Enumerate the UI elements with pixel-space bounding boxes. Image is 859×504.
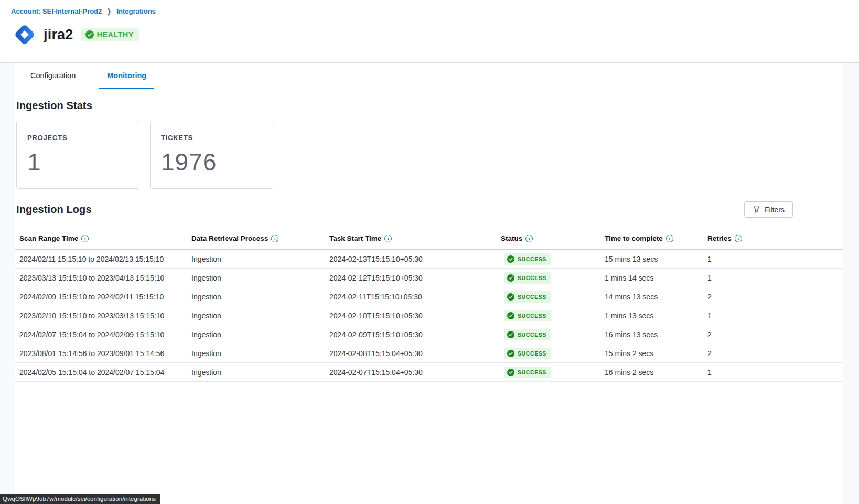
cell-data-retrieval-process: Ingestion [191,269,329,287]
cell-status: SUCCESS [501,325,605,344]
status-badge: SUCCESS [504,348,551,359]
table-row: 2024/02/09 15:15:10 to 2024/02/11 15:15:… [15,287,843,306]
column-label: Scan Range Time [19,234,78,242]
column-header-retries: Retriesi [707,227,843,250]
cell-retries: 2 [707,287,843,306]
column-header-time-to-complete: Time to completei [605,227,707,250]
main-panel: Configuration Monitoring Ingestion Stats… [15,63,843,504]
stat-label: TICKETS [161,134,262,142]
status-badge: SUCCESS [504,367,551,378]
page-title: jira2 [44,27,73,43]
cell-data-retrieval-process: Ingestion [191,306,329,325]
cell-time-to-complete: 16 mins 13 secs [605,325,707,344]
cell-status: SUCCESS [501,287,605,306]
check-circle-icon [507,255,514,263]
column-label: Retries [707,234,732,242]
jira-logo-icon [10,20,39,49]
cell-retries: 1 [707,363,843,382]
info-icon[interactable]: i [81,235,89,242]
check-circle-icon [507,369,514,376]
status-label: SUCCESS [518,350,546,357]
cell-scan-range-time: 2024/02/07 15:15:04 to 2024/02/09 15:15:… [15,325,191,344]
cell-scan-range-time: 2023/02/10 15:15:10 to 2023/03/13 15:15:… [15,306,191,325]
filters-button[interactable]: Filters [744,201,793,218]
cell-task-start-time: 2024-02-11T15:15:10+05:30 [329,287,501,306]
info-icon[interactable]: i [271,235,278,242]
table-row: 2024/02/05 15:15:04 to 2024/02/07 15:15:… [15,363,843,382]
check-circle-icon [507,331,514,338]
right-gutter [843,63,859,504]
status-badge: SUCCESS [504,291,551,303]
ingestion-logs-heading-row: Ingestion Logs Filters [16,201,843,218]
check-circle-icon [85,30,94,39]
cell-retries: 2 [707,325,843,344]
cell-time-to-complete: 1 mins 14 secs [605,269,707,287]
check-circle-icon [507,293,514,301]
cell-task-start-time: 2024-02-09T15:15:10+05:30 [329,325,501,344]
column-header-data-retrieval-process: Data Retrieval Processi [191,227,329,250]
cell-task-start-time: 2024-02-13T15:15:10+05:30 [329,250,501,269]
breadcrumb-integrations-link[interactable]: Integrations [116,7,155,15]
info-icon[interactable]: i [525,235,533,242]
tab-configuration[interactable]: Configuration [23,63,83,89]
cell-time-to-complete: 14 mins 13 secs [605,287,707,306]
ingestion-logs-heading: Ingestion Logs [16,203,92,216]
info-icon[interactable]: i [735,235,742,242]
breadcrumb-account-link[interactable]: Account: SEI-Internal-Prod2 [11,7,102,15]
health-status-label: HEALTHY [97,30,134,39]
tabs-bar: Configuration Monitoring [15,63,843,89]
status-label: SUCCESS [518,275,546,281]
cell-status: SUCCESS [501,344,605,363]
cell-scan-range-time: 2023/03/13 15:15:10 to 2023/04/13 15:15:… [15,269,191,287]
status-label: SUCCESS [518,256,546,262]
status-badge: SUCCESS [504,272,551,284]
cell-data-retrieval-process: Ingestion [191,250,329,269]
url-preview-status-bar: QwqOSllWp9ob7w/module/sei/configuration/… [0,494,160,504]
column-header-scan-range-time: Scan Range Timei [15,227,191,250]
column-header-task-start-time: Task Start Timei [329,227,501,250]
cell-retries: 1 [707,306,843,325]
status-badge: SUCCESS [504,253,551,265]
cell-task-start-time: 2024-02-10T15:15:10+05:30 [329,306,501,325]
logs-table-body: 2024/02/11 15:15:10 to 2024/02/13 15:15:… [15,250,843,382]
column-label: Status [501,234,522,242]
stat-value: 1 [27,148,128,176]
ingestion-logs-table: Scan Range Timei Data Retrieval Processi… [15,227,843,382]
column-label: Time to complete [605,234,663,242]
table-row: 2023/02/10 15:15:10 to 2023/03/13 15:15:… [15,306,843,325]
info-icon[interactable]: i [384,235,392,242]
cell-data-retrieval-process: Ingestion [191,363,329,382]
cell-scan-range-time: 2024/02/11 15:15:10 to 2024/02/13 15:15:… [15,250,191,269]
cell-retries: 1 [707,269,843,287]
info-icon[interactable]: i [666,235,673,242]
left-gutter [0,63,15,504]
cell-status: SUCCESS [501,269,605,287]
cell-task-start-time: 2024-02-08T15:15:04+05:30 [329,344,501,363]
cell-time-to-complete: 1 mins 13 secs [605,306,707,325]
tab-monitoring[interactable]: Monitoring [99,63,154,89]
health-status-badge: HEALTHY [81,28,139,41]
page-header: Account: SEI-Internal-Prod2 ❯ Integratio… [0,0,859,63]
stat-value: 1976 [161,148,262,176]
stat-label: PROJECTS [27,134,128,142]
status-badge: SUCCESS [504,310,551,321]
stat-card-tickets: TICKETS 1976 [150,121,273,189]
status-label: SUCCESS [518,331,546,338]
cell-retries: 2 [707,344,843,363]
cell-time-to-complete: 15 mins 2 secs [605,344,707,363]
table-row: 2023/03/13 15:15:10 to 2023/04/13 15:15:… [15,269,843,287]
stat-card-projects: PROJECTS 1 [16,121,139,189]
ingestion-stats-heading: Ingestion Stats [16,100,843,112]
breadcrumb: Account: SEI-Internal-Prod2 ❯ Integratio… [11,7,156,15]
logs-table-header: Scan Range Timei Data Retrieval Processi… [15,227,843,250]
column-label: Data Retrieval Process [191,234,268,242]
cell-data-retrieval-process: Ingestion [191,325,329,344]
cell-scan-range-time: 2024/02/09 15:15:10 to 2024/02/11 15:15:… [15,287,191,306]
check-circle-icon [507,274,514,282]
check-circle-icon [507,312,514,319]
table-row: 2024/02/11 15:15:10 to 2024/02/13 15:15:… [15,250,843,269]
filters-button-label: Filters [765,206,785,214]
cell-task-start-time: 2024-02-12T15:15:10+05:30 [329,269,501,287]
cell-retries: 1 [707,250,843,269]
cell-time-to-complete: 15 mins 13 secs [605,250,707,269]
